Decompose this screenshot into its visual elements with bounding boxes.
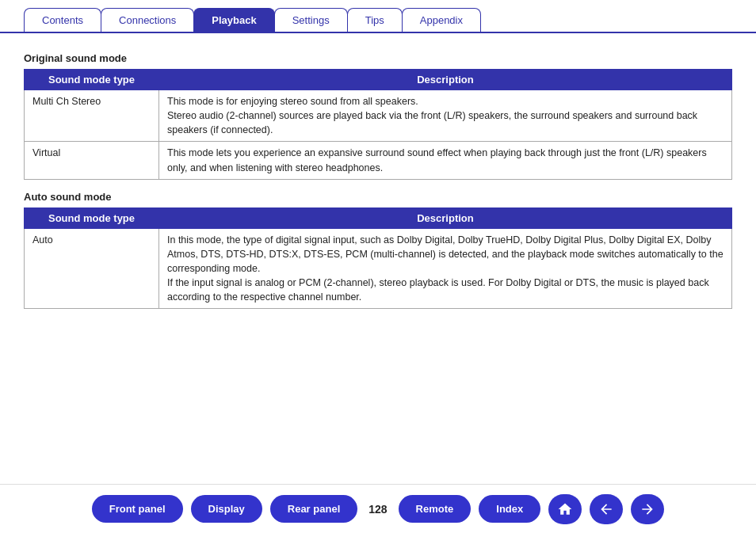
nav-tabs: ContentsConnectionsPlaybackSettingsTipsA… <box>0 0 756 33</box>
table-row: VirtualThis mode lets you experience an … <box>25 142 732 179</box>
display-button[interactable]: Display <box>191 495 262 523</box>
table-header: Sound mode type <box>25 207 159 228</box>
nav-tab-tips[interactable]: Tips <box>347 8 403 32</box>
sound-mode-description: This mode is for enjoying stereo sound f… <box>159 90 732 142</box>
data-table: Sound mode typeDescriptionAutoIn this mo… <box>24 207 732 310</box>
front-panel-button[interactable]: Front panel <box>92 495 183 523</box>
forward-button[interactable] <box>631 494 664 524</box>
index-button[interactable]: Index <box>479 495 540 523</box>
section-title: Original sound mode <box>24 52 732 64</box>
table-row: Multi Ch StereoThis mode is for enjoying… <box>25 90 732 142</box>
sound-mode-type: Auto <box>25 228 159 309</box>
nav-tab-settings[interactable]: Settings <box>274 8 348 32</box>
home-button[interactable] <box>548 494 582 524</box>
page-number: 128 <box>368 503 387 516</box>
data-table: Sound mode typeDescriptionMulti Ch Stere… <box>24 69 732 180</box>
remote-button[interactable]: Remote <box>399 495 472 523</box>
main-content: Original sound modeSound mode typeDescri… <box>0 33 756 328</box>
sound-mode-type: Multi Ch Stereo <box>25 90 159 142</box>
sound-mode-description: This mode lets you experience an expansi… <box>159 142 732 179</box>
nav-tab-connections[interactable]: Connections <box>101 8 194 32</box>
sound-mode-type: Virtual <box>25 142 159 179</box>
sound-mode-description: In this mode, the type of digital signal… <box>159 228 732 309</box>
table-header: Description <box>159 70 732 90</box>
table-header: Description <box>159 207 732 228</box>
table-row: AutoIn this mode, the type of digital si… <box>25 228 732 309</box>
section-title: Auto sound mode <box>24 191 732 203</box>
table-header: Sound mode type <box>25 70 159 90</box>
nav-tab-playback[interactable]: Playback <box>193 8 274 32</box>
footer: Front panelDisplayRear panel128RemoteInd… <box>0 484 756 533</box>
nav-tab-appendix[interactable]: Appendix <box>402 8 481 32</box>
nav-tab-contents[interactable]: Contents <box>24 8 101 32</box>
back-button[interactable] <box>590 494 623 524</box>
rear-panel-button[interactable]: Rear panel <box>270 495 357 523</box>
